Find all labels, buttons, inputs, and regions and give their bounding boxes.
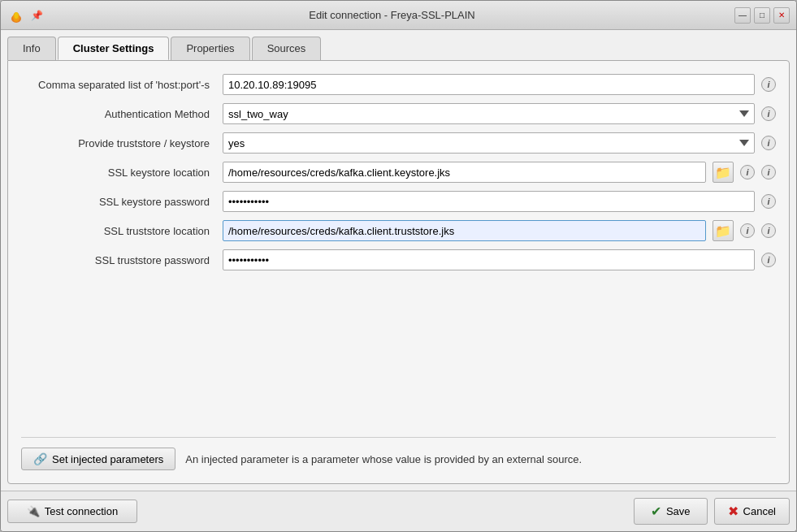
input-ssl-keystore-password[interactable]	[223, 191, 755, 212]
info-icon-auth-method[interactable]: i	[761, 106, 776, 121]
info-icon-host-port[interactable]: i	[761, 77, 776, 92]
tab-properties[interactable]: Properties	[171, 37, 249, 60]
label-ssl-keystore-password: SSL keystore password	[21, 196, 216, 208]
tab-sources[interactable]: Sources	[252, 37, 322, 60]
form-row-ssl-keystore-password: SSL keystore password i	[21, 191, 776, 212]
pin-icon: 📌	[30, 9, 43, 22]
tab-bar: Info Cluster Settings Properties Sources	[7, 37, 790, 60]
tab-cluster-settings[interactable]: Cluster Settings	[58, 37, 170, 60]
window-controls: — □ ✕	[734, 7, 790, 24]
input-host-port[interactable]	[223, 74, 755, 95]
tab-info[interactable]: Info	[7, 37, 56, 60]
test-connection-label: Test connection	[45, 505, 118, 517]
test-connection-button[interactable]: 🔌 Test connection	[7, 500, 137, 523]
form-area: Comma separated list of 'host:port'-s i …	[21, 74, 776, 437]
info-icon-ssl-truststore-location[interactable]: i	[740, 223, 755, 238]
input-ssl-keystore-location[interactable]	[223, 162, 706, 183]
maximize-button[interactable]: □	[754, 7, 770, 24]
label-auth-method: Authentication Method	[21, 108, 216, 120]
info-icon-ssl-truststore-password[interactable]: i	[761, 253, 776, 267]
info-icon-ssl-keystore-location[interactable]: i	[740, 165, 755, 179]
bottom-bar: 🔌 Test connection ✔ Save ✖ Cancel	[1, 491, 796, 531]
select-auth-method[interactable]: ssl_two_way ssl_one_way plain none	[223, 103, 755, 124]
xmark-icon: ✖	[728, 504, 739, 519]
save-button[interactable]: ✔ Save	[634, 498, 708, 525]
title-bar: 📌 Edit connection - Freya-SSL-PLAIN — □ …	[1, 1, 796, 30]
info-icon-ssl-truststore-location-2[interactable]: i	[761, 223, 776, 238]
checkmark-icon: ✔	[651, 504, 661, 519]
set-injected-parameters-button[interactable]: 🔗 Set injected parameters	[21, 448, 175, 470]
info-icon-ssl-keystore-location-2[interactable]: i	[761, 165, 776, 179]
window-title: Edit connection - Freya-SSL-PLAIN	[50, 9, 734, 21]
injected-bar: 🔗 Set injected parameters An injected pa…	[21, 437, 776, 470]
input-ssl-truststore-password[interactable]	[223, 249, 755, 270]
close-button[interactable]: ✕	[773, 7, 790, 24]
content-area: Info Cluster Settings Properties Sources…	[1, 30, 796, 491]
folder-button-keystore[interactable]: 📁	[713, 162, 734, 183]
bottom-right-controls: ✔ Save ✖ Cancel	[634, 498, 790, 525]
folder-button-truststore[interactable]: 📁	[713, 220, 734, 241]
label-host-port: Comma separated list of 'host:port'-s	[21, 79, 216, 91]
form-row-truststore-keystore: Provide truststore / keystore yes no i	[21, 132, 776, 154]
cancel-label: Cancel	[743, 505, 776, 517]
form-row-auth-method: Authentication Method ssl_two_way ssl_on…	[21, 103, 776, 124]
main-window: 📌 Edit connection - Freya-SSL-PLAIN — □ …	[0, 0, 797, 532]
link-icon: 🔗	[33, 452, 47, 465]
save-label: Save	[666, 505, 691, 517]
app-icon	[7, 6, 25, 24]
label-truststore-keystore: Provide truststore / keystore	[21, 137, 216, 149]
db-icon: 🔌	[27, 505, 40, 517]
label-ssl-truststore-password: SSL truststore password	[21, 254, 216, 266]
label-ssl-truststore-location: SSL truststore location	[21, 225, 216, 237]
select-truststore-keystore[interactable]: yes no	[223, 132, 755, 154]
injected-button-label: Set injected parameters	[52, 453, 163, 465]
form-row-host-port: Comma separated list of 'host:port'-s i	[21, 74, 776, 95]
info-icon-ssl-keystore-password[interactable]: i	[761, 194, 776, 209]
svg-point-2	[15, 12, 19, 19]
minimize-button[interactable]: —	[734, 7, 751, 24]
info-icon-truststore-keystore[interactable]: i	[761, 136, 776, 150]
cancel-button[interactable]: ✖ Cancel	[714, 498, 790, 525]
input-ssl-truststore-location[interactable]	[223, 220, 706, 241]
form-row-ssl-truststore-location: SSL truststore location 📁 i i	[21, 220, 776, 241]
injected-description: An injected parameter is a parameter who…	[185, 453, 582, 465]
label-ssl-keystore-location: SSL keystore location	[21, 167, 216, 179]
form-row-ssl-keystore-location: SSL keystore location 📁 i i	[21, 162, 776, 183]
form-row-ssl-truststore-password: SSL truststore password i	[21, 249, 776, 270]
tab-content: Comma separated list of 'host:port'-s i …	[7, 60, 790, 484]
